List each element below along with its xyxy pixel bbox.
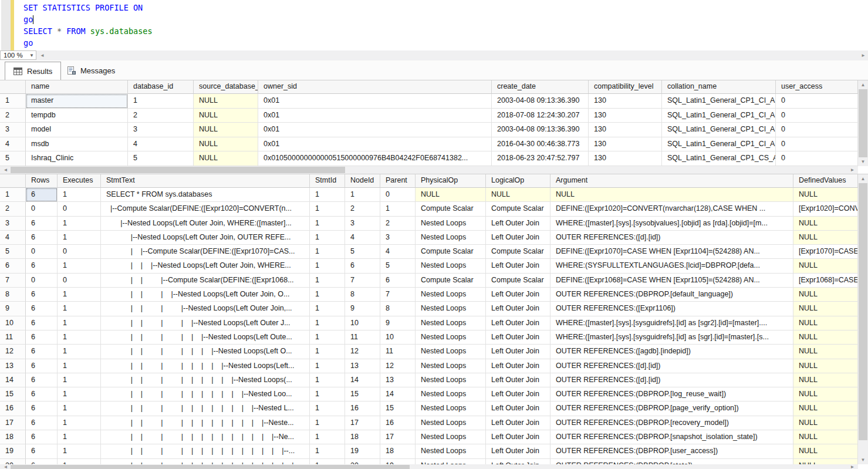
cell-Rows[interactable]: 6 [26,459,58,464]
cell-Executes[interactable]: 1 [58,345,101,359]
cell-create_date[interactable]: 2003-04-08 09:13:36.390 [492,123,589,137]
cell-NodeId[interactable]: 16 [345,401,380,416]
cell-StmtId[interactable]: 1 [310,302,345,316]
scroll-left-icon[interactable]: ◄ [1,464,10,469]
cell-LogicalOp[interactable]: Left Outer Join [486,359,550,373]
column-header-create_date[interactable]: create_date [492,80,589,94]
select-all-corner[interactable] [0,174,26,188]
cell-Parent[interactable]: 2 [380,217,416,231]
cell-StmtText[interactable]: | | | | | | | | |--Nested Loops(... [101,373,310,387]
cell-StmtId[interactable]: 1 [310,416,345,430]
cell-StmtText[interactable]: | | | | | | | | | | | | | | | [101,459,310,464]
cell-Executes[interactable]: 0 [58,245,101,259]
cell-LogicalOp[interactable]: Left Outer Join [486,430,550,444]
scroll-up-icon[interactable]: ▲ [858,174,868,183]
cell-DefinedValues[interactable]: NULL [793,188,858,202]
row-number[interactable]: 8 [0,288,26,302]
cell-NodeId[interactable]: 15 [345,387,380,401]
row-number[interactable]: 14 [0,373,26,387]
row-number[interactable]: 2 [0,109,26,123]
cell-NodeId[interactable]: 18 [345,430,380,444]
scroll-down-icon[interactable]: ▼ [858,157,868,166]
cell-Argument[interactable]: OUTER REFERENCES:(DBPROP.[default_langua… [550,288,793,302]
row-number[interactable]: 4 [0,137,26,152]
cell-Parent[interactable]: 18 [380,444,416,458]
cell-NodeId[interactable]: 10 [345,316,380,330]
cell-NodeId[interactable]: 4 [345,231,380,245]
row-number[interactable]: 15 [0,387,26,401]
cell-source_database_id[interactable]: NULL [194,151,258,166]
cell-StmtText[interactable]: | | | | | | | | | | | | |--Ne... [101,430,310,444]
cell-PhysicalOp[interactable]: Nested Loops [416,373,486,387]
row-number[interactable]: 12 [0,345,26,359]
code-line[interactable]: go [14,37,868,49]
cell-Parent[interactable]: 0 [380,188,416,202]
hscroll-thumb[interactable] [11,167,345,173]
cell-Executes[interactable]: 1 [58,316,101,330]
cell-Rows[interactable]: 6 [26,373,58,387]
cell-Argument[interactable]: DEFINE:([Expr1070]=CASE WHEN [Expr1104]=… [550,245,793,259]
cell-database_id[interactable]: 2 [128,109,194,123]
cell-PhysicalOp[interactable]: Nested Loops [416,288,486,302]
results-grid-hscrollbar[interactable]: ◄ ► [0,166,858,174]
column-header-StmtId[interactable]: StmtId [310,174,345,188]
profile-grid-hscrollbar[interactable]: ◄ ► [0,464,858,469]
cell-NodeId[interactable]: 11 [345,330,380,345]
cell-StmtText[interactable]: | | | | | | | | | | |--Nested L... [101,401,310,416]
cell-Rows[interactable]: 6 [26,444,58,458]
cell-DefinedValues[interactable]: NULL [793,302,858,316]
cell-StmtId[interactable]: 1 [310,359,345,373]
cell-Parent[interactable]: 4 [380,245,416,259]
cell-LogicalOp[interactable]: Left Outer Join [486,217,550,231]
cell-NodeId[interactable]: 9 [345,302,380,316]
cell-NodeId[interactable]: 6 [345,259,380,273]
cell-name[interactable]: msdb [26,137,128,152]
cell-StmtId[interactable]: 1 [310,202,345,216]
cell-StmtText[interactable]: | | | | | | | | | | | |--Neste... [101,416,310,430]
cell-Parent[interactable]: 11 [380,345,416,359]
cell-StmtText[interactable]: | | | | |--Nested Loops(Left Outer J... [101,316,310,330]
cell-Argument[interactable]: OUTER REFERENCES:([d].[id]) [550,359,793,373]
column-header-Executes[interactable]: Executes [58,174,101,188]
cell-NodeId[interactable]: 2 [345,202,380,216]
cell-StmtId[interactable]: 1 [310,444,345,458]
cell-NodeId[interactable]: 5 [345,245,380,259]
row-number[interactable]: 18 [0,430,26,444]
cell-name[interactable]: master [26,94,128,109]
cell-name[interactable]: model [26,123,128,137]
column-header-source_database_id[interactable]: source_database_id [194,80,258,94]
cell-create_date[interactable]: 2018-07-08 12:24:30.207 [492,109,589,123]
column-header-Argument[interactable]: Argument [550,174,793,188]
cell-collation_name[interactable]: SQL_Latin1_General_CP1_CI_AS [662,109,776,123]
cell-NodeId[interactable]: 7 [345,274,380,288]
cell-StmtId[interactable]: 1 [310,188,345,202]
scroll-right-icon[interactable]: ► [848,166,857,174]
cell-PhysicalOp[interactable]: Nested Loops [416,401,486,416]
row-number[interactable]: 4 [0,231,26,245]
cell-Executes[interactable]: 1 [58,373,101,387]
cell-DefinedValues[interactable]: NULL [793,345,858,359]
cell-NodeId[interactable]: 20 [345,459,380,464]
cell-LogicalOp[interactable]: Left Outer Join [486,302,550,316]
cell-PhysicalOp[interactable]: Nested Loops [416,359,486,373]
cell-PhysicalOp[interactable]: Nested Loops [416,259,486,273]
row-number[interactable]: 20 [0,459,26,464]
cell-NodeId[interactable]: 1 [345,188,380,202]
cell-database_id[interactable]: 3 [128,123,194,137]
cell-StmtId[interactable]: 1 [310,373,345,387]
cell-PhysicalOp[interactable]: Nested Loops [416,330,486,345]
cell-Executes[interactable]: 1 [58,330,101,345]
cell-StmtText[interactable]: | | | | | |--Nested Loops(Left Oute... [101,330,310,345]
cell-DefinedValues[interactable]: NULL [793,217,858,231]
cell-database_id[interactable]: 5 [128,151,194,166]
cell-DefinedValues[interactable]: NULL [793,231,858,245]
cell-Argument[interactable]: DEFINE:([Expr1068]=CASE WHEN [Expr1105]=… [550,274,793,288]
row-number[interactable]: 7 [0,274,26,288]
cell-Parent[interactable]: 3 [380,231,416,245]
row-number[interactable]: 11 [0,330,26,345]
cell-PhysicalOp[interactable]: Nested Loops [416,231,486,245]
cell-Parent[interactable]: 5 [380,259,416,273]
cell-Argument[interactable]: OUTER REFERENCES:(DBPROP.[snapshot_isola… [550,430,793,444]
cell-owner_sid[interactable]: 0x01 [258,109,492,123]
cell-owner_sid[interactable]: 0x01 [258,94,492,109]
